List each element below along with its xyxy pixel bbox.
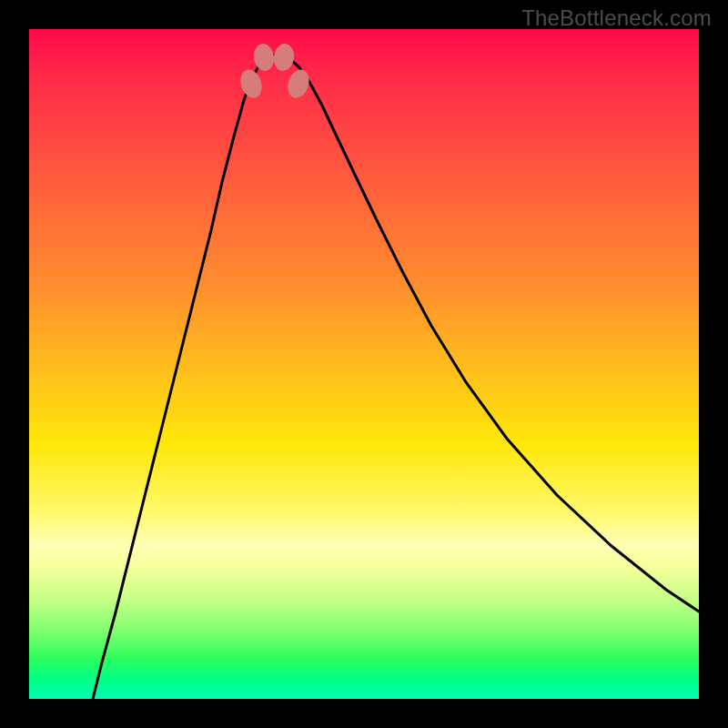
bottleneck-curve: [93, 55, 699, 699]
marker-left-shoulder: [238, 66, 266, 100]
chart-frame: TheBottleneck.com: [0, 0, 728, 728]
plot-area: [29, 29, 699, 699]
watermark-text: TheBottleneck.com: [521, 5, 712, 31]
marker-right-bottom: [272, 43, 296, 73]
curve-markers: [238, 43, 313, 101]
marker-right-shoulder: [285, 66, 313, 100]
chart-svg: [29, 29, 699, 699]
marker-left-bottom: [252, 43, 276, 73]
